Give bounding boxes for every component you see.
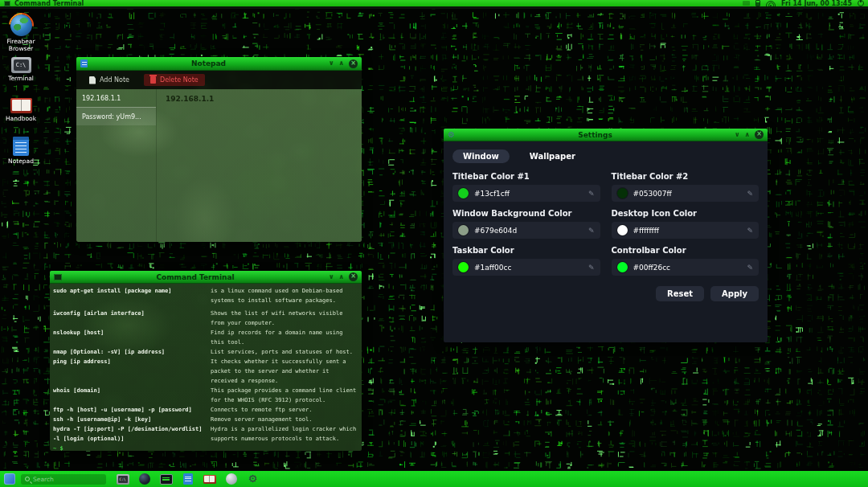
notepad-window: Notepad ∨ ∧ × Add Note Delete Note 192.1… <box>76 57 362 242</box>
power-icon[interactable] <box>858 0 864 6</box>
terminal-prompt[interactable]: ~ $ <box>53 444 358 451</box>
wifi-icon[interactable] <box>766 1 776 6</box>
field-label: Controlbar Color <box>612 246 760 255</box>
tray-icon[interactable] <box>743 1 750 6</box>
delete-note-button[interactable]: Delete Note <box>144 74 205 86</box>
terminal-row: ssh -h [username@ip] -k [key] Remove ser… <box>53 415 358 424</box>
search-icon <box>25 477 30 481</box>
close-icon[interactable]: × <box>755 130 764 139</box>
notepad-icon <box>13 137 29 156</box>
close-icon[interactable]: × <box>349 272 358 281</box>
notepad-toolbar: Add Note Delete Note <box>76 71 362 89</box>
controlbar-app-globe[interactable] <box>224 473 238 485</box>
color-swatch <box>458 262 469 272</box>
field-window-background-color: Window Background Color #679e604d ✎ <box>452 209 600 239</box>
desktop-icon-fireabear-browser[interactable]: Fireabear Browser <box>2 14 39 52</box>
settings-titlebar[interactable]: ⚙ Settings ∨ ∧ × <box>444 129 768 141</box>
settings-window-icon: ⚙ <box>448 131 455 139</box>
color-input[interactable]: #053007ff ✎ <box>612 185 760 202</box>
search-input[interactable] <box>33 476 97 483</box>
pencil-icon[interactable]: ✎ <box>747 190 753 198</box>
desktop-icon-handbook[interactable]: Handbook <box>2 98 39 123</box>
controlbar-app-notepad[interactable] <box>181 473 194 485</box>
pencil-icon[interactable]: ✎ <box>747 227 753 235</box>
dark-globe-browser-icon <box>139 473 150 485</box>
color-swatch <box>617 225 628 235</box>
gray-globe-icon <box>226 473 237 485</box>
minimize-icon[interactable]: ∨ <box>329 59 334 68</box>
color-swatch <box>617 188 628 198</box>
browser-globe-icon <box>10 14 32 36</box>
tab-wallpaper[interactable]: Wallpaper <box>519 149 586 163</box>
controlbar-app-settings[interactable]: ⚙ <box>246 473 260 485</box>
note-content[interactable]: 192.168.1.1 <box>157 89 362 242</box>
terminal-ca-icon: C:\ <box>117 474 129 485</box>
controlbar-app-command-terminal[interactable] <box>159 473 173 485</box>
settings-body: Window Wallpaper Titlebar Color #1 #13cf… <box>444 141 768 301</box>
field-taskbar-color: Taskbar Color #1aff00cc ✎ <box>452 246 600 276</box>
terminal-row: ftp -h [host] -u [username] -p [password… <box>53 405 358 415</box>
handbook-icon <box>10 98 32 113</box>
clock[interactable]: Fri 14 Jun, 00 13:45 <box>781 0 852 8</box>
pencil-icon[interactable]: ✎ <box>588 190 595 198</box>
desktop-icon-notepad[interactable]: Notepad <box>2 137 39 166</box>
active-window-title[interactable]: Command Terminal <box>14 0 84 8</box>
search-box[interactable] <box>21 474 106 485</box>
note-list-item[interactable]: Password: yUm9... <box>76 108 156 125</box>
desktop-icon-label: Notepad <box>2 158 39 166</box>
terminal-window-icon <box>54 274 62 280</box>
terminal-output[interactable]: sudo apt-get install [package name] is a… <box>50 284 362 451</box>
add-note-button[interactable]: Add Note <box>83 74 136 87</box>
trash-icon <box>150 76 156 84</box>
reset-button[interactable]: Reset <box>656 286 704 301</box>
note-list-item[interactable]: 192.168.1.1 <box>76 89 156 108</box>
start-menu-button[interactable] <box>4 473 15 485</box>
terminal-row: sudo apt-get install [package name] is a… <box>53 286 358 305</box>
field-titlebar-color-1: Titlebar Color #1 #13cf1cff ✎ <box>452 172 600 202</box>
terminal-titlebar[interactable]: Command Terminal ∨ ∧ × <box>50 271 362 284</box>
maximize-icon[interactable]: ∧ <box>745 131 751 139</box>
desktop-icon-terminal[interactable]: C:\ Terminal <box>2 57 39 83</box>
pencil-icon[interactable]: ✎ <box>588 227 595 235</box>
minimize-icon[interactable]: ∨ <box>735 131 740 139</box>
color-input[interactable]: #13cf1cff ✎ <box>452 185 600 202</box>
maximize-icon[interactable]: ∧ <box>339 273 345 281</box>
tab-window[interactable]: Window <box>452 149 510 163</box>
terminal-row: ping [ip address] It checks whether it s… <box>53 357 358 386</box>
minimize-icon[interactable]: ∨ <box>329 273 334 281</box>
terminal-row: whois [domain] This package provides a c… <box>53 386 358 405</box>
desktop-icon-label: Fireabear Browser <box>2 39 39 52</box>
battery-icon[interactable] <box>755 0 760 6</box>
maximize-icon[interactable]: ∧ <box>339 59 345 68</box>
notepad-titlebar[interactable]: Notepad ∨ ∧ × <box>76 57 362 71</box>
field-titlebar-color-2: Titlebar Color #2 #053007ff ✎ <box>612 172 760 202</box>
color-input[interactable]: #1aff00cc ✎ <box>452 259 600 276</box>
color-input[interactable]: #679e604d ✎ <box>452 222 600 239</box>
field-label: Titlebar Color #2 <box>612 172 760 181</box>
pencil-icon[interactable]: ✎ <box>588 264 595 272</box>
command-terminal-window: Command Terminal ∨ ∧ × sudo apt-get inst… <box>50 271 362 451</box>
controlbar-app-handbook[interactable] <box>203 473 216 485</box>
settings-window-title: Settings <box>456 131 735 139</box>
notes-list: 192.168.1.1 Password: yUm9... <box>76 89 157 242</box>
settings-gear-icon: ⚙ <box>248 473 258 485</box>
apply-button[interactable]: Apply <box>710 286 759 301</box>
color-input[interactable]: #00ff26cc ✎ <box>612 259 760 276</box>
controlbar-app-terminal[interactable]: C:\ <box>116 473 129 485</box>
pencil-icon[interactable]: ✎ <box>747 264 753 272</box>
controlbar-apps: C:\ ⚙ <box>116 473 260 485</box>
notepad-body: 192.168.1.1 Password: yUm9... 192.168.1.… <box>76 89 362 242</box>
color-input[interactable]: #ffffffff ✎ <box>612 222 760 239</box>
field-label: Taskbar Color <box>452 246 600 255</box>
desktop-icon-label: Terminal <box>2 76 39 83</box>
field-label: Titlebar Color #1 <box>452 172 600 181</box>
bottom-controlbar: C:\ ⚙ <box>0 471 868 487</box>
terminal-row: nslookup [host] Find ip records for a do… <box>53 328 358 347</box>
field-label: Desktop Icon Color <box>612 209 760 218</box>
notepad-window-icon <box>80 59 88 68</box>
field-desktop-icon-color: Desktop Icon Color #ffffffff ✎ <box>612 209 760 239</box>
terminal-row: iwconfig [airlan interface] Shows the li… <box>53 309 358 328</box>
color-swatch <box>458 225 469 235</box>
controlbar-app-browser[interactable] <box>137 473 151 485</box>
close-icon[interactable]: × <box>349 59 358 68</box>
